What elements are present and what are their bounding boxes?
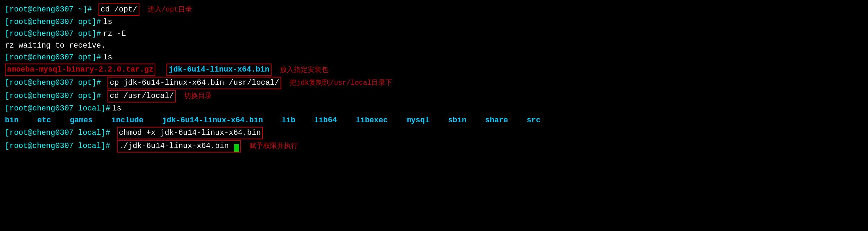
cmd-cd-local: cd /usr/local/ xyxy=(108,90,176,102)
pkg-jdk-text: jdk-6u14-linux-x64.bin xyxy=(169,65,269,74)
cmd-cp-jdk-text: cp jdk-6u14-linux-x64.bin /usr/local/ xyxy=(110,79,279,87)
ls-lib64: lib64 xyxy=(314,115,337,126)
cmd-cd-opt: cd /opt/ xyxy=(98,3,139,16)
annotation-cd-local: 切换目录 xyxy=(184,91,212,101)
line-rz-waiting: rz waiting to receive. xyxy=(5,40,863,51)
cmd-ls-2: ls xyxy=(103,52,112,63)
line-ls-output: amoeba-mysql-binary-2.2.0.tar.gz jdk-6u1… xyxy=(5,64,863,76)
terminal: [root@cheng0307 ~]# cd /opt/ 进入/opt目录 [r… xyxy=(5,3,863,152)
cmd-chmod-text: chmod +x jdk-6u14-linux-x64.bin xyxy=(119,129,261,137)
line-cd-local: [root@cheng0307 opt]# cd /usr/local/ 切换目… xyxy=(5,90,863,102)
line-rz: [root@cheng0307 opt]# rz -E xyxy=(5,28,863,40)
prompt-3: [root@cheng0307 opt]# xyxy=(5,28,101,40)
line-ls-opt: [root@cheng0307 opt]# ls xyxy=(5,17,863,28)
cmd-cd-opt-text: cd /opt/ xyxy=(101,5,137,14)
line-ls-local-cmd: [root@cheng0307 local]# ls xyxy=(5,103,863,114)
ls-mysql: mysql xyxy=(406,115,429,126)
cursor xyxy=(234,144,239,152)
cmd-cd-local-text: cd /usr/local/ xyxy=(110,92,174,100)
prompt-7: [root@cheng0307 local]# xyxy=(5,103,110,114)
line-execute-jdk: [root@cheng0307 local]# ./jdk-6u14-linux… xyxy=(5,140,863,152)
annotation-execute: 赋予权限并执行 xyxy=(249,141,298,151)
ls-sbin: sbin xyxy=(448,115,466,126)
prompt-4: [root@cheng0307 opt]# xyxy=(5,52,101,63)
prompt-8: [root@cheng0307 local]# xyxy=(5,127,110,139)
annotation-cp: 把jdk复制到/usr/local目录下 xyxy=(290,78,392,88)
prompt-1: [root@cheng0307 ~]# xyxy=(5,4,92,15)
line-ls-2: [root@cheng0307 opt]# ls xyxy=(5,52,863,63)
cmd-ls-1: ls xyxy=(103,17,112,28)
ls-src: src xyxy=(527,115,541,126)
annotation-cd-opt: 进入/opt目录 xyxy=(148,5,192,15)
prompt-5: [root@cheng0307 opt]# xyxy=(5,77,101,89)
ls-jdk-bin: jdk-6u14-linux-x64.bin xyxy=(162,115,263,126)
cmd-chmod: chmod +x jdk-6u14-linux-x64.bin xyxy=(117,127,263,139)
line-chmod: [root@cheng0307 local]# chmod +x jdk-6u1… xyxy=(5,127,863,139)
ls-share: share xyxy=(485,115,508,126)
prompt-2: [root@cheng0307 opt]# xyxy=(5,17,101,28)
ls-etc: etc xyxy=(37,115,51,126)
cmd-cp-jdk: cp jdk-6u14-linux-x64.bin /usr/local/ xyxy=(108,77,281,89)
rz-waiting-text: rz waiting to receive. xyxy=(5,40,105,51)
ls-games: games xyxy=(70,115,93,126)
cmd-execute-jdk: ./jdk-6u14-linux-x64.bin xyxy=(117,140,241,152)
cmd-execute-jdk-text: ./jdk-6u14-linux-x64.bin xyxy=(119,142,229,150)
pkg-jdk: jdk-6u14-linux-x64.bin xyxy=(166,64,271,76)
prompt-9: [root@cheng0307 local]# xyxy=(5,141,110,152)
ls-bin: bin xyxy=(5,115,19,126)
ls-include: include xyxy=(111,115,143,126)
cmd-ls-local: ls xyxy=(112,103,121,114)
cmd-rz: rz -E xyxy=(103,28,126,40)
ls-libexec: libexec xyxy=(356,115,388,126)
pkg-amoeba-text: amoeba-mysql-binary-2.2.0.tar.gz xyxy=(7,65,153,74)
ls-lib: lib xyxy=(282,115,295,126)
annotation-packages: 放入指定安装包 xyxy=(280,65,328,75)
line-cd-opt: [root@cheng0307 ~]# cd /opt/ 进入/opt目录 xyxy=(5,3,863,16)
line-ls-local-output: bin etc games include jdk-6u14-linux-x64… xyxy=(5,115,863,126)
prompt-6: [root@cheng0307 opt]# xyxy=(5,91,101,102)
line-cp-jdk: [root@cheng0307 opt]# cp jdk-6u14-linux-… xyxy=(5,77,863,89)
pkg-amoeba: amoeba-mysql-binary-2.2.0.tar.gz xyxy=(5,64,155,76)
